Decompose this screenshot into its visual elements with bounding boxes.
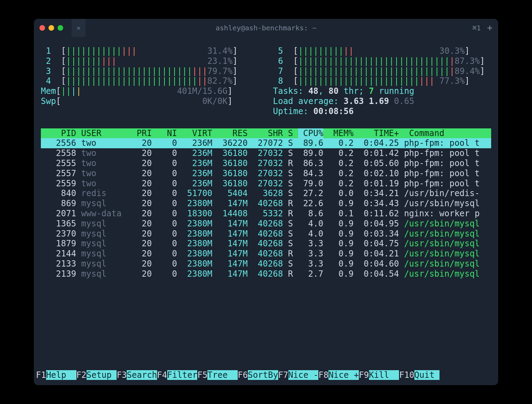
process-row[interactable]: 2144 mysql 20 0 2380M 147M 40268 R 3.3 0… — [41, 249, 491, 259]
process-row[interactable]: 2559 two 20 0 236M 36180 27032 S 79.0 0.… — [41, 179, 491, 189]
process-row[interactable]: 840 redis 20 0 51700 5404 3628 S 27.2 0.… — [41, 188, 491, 199]
new-tab-button[interactable]: + — [487, 22, 493, 33]
mem-meter: Mem[|||| 401M/15.6G] — [41, 86, 259, 96]
table-header[interactable]: PID USER PRI NI VIRT RES SHR S CPU% MEM%… — [41, 128, 491, 139]
process-row[interactable]: 2133 mysql 20 0 2380M 147M 40268 S 3.3 0… — [41, 259, 491, 269]
minimize-window-button[interactable] — [49, 25, 54, 31]
terminal-content: 1 [|||||||||||||| 31.4%] 2 [|||||||||| 2… — [34, 37, 498, 385]
process-table: PID USER PRI NI VIRT RES SHR S CPU% MEM%… — [41, 128, 491, 279]
fkey-F2[interactable]: F2 — [76, 370, 87, 380]
process-row[interactable]: 2556 two 20 0 236M 36220 27072 S 89.6 0.… — [41, 138, 491, 148]
zoom-window-button[interactable] — [58, 25, 63, 31]
process-row[interactable]: 2555 two 20 0 236M 36180 27032 R 86.3 0.… — [41, 158, 491, 169]
traffic-lights — [39, 25, 63, 31]
process-row[interactable]: 869 mysql 20 0 2380M 147M 40268 R 22.6 0… — [41, 199, 491, 209]
swap-meter: Swp[ 0K/0K] — [41, 96, 259, 106]
load-line: Load average: 3.63 1.69 0.65 — [273, 96, 491, 106]
close-window-button[interactable] — [39, 25, 45, 31]
cpu-meter-4: 4 [||||||||||||||||||||||||||||82.7%] — [41, 76, 259, 86]
process-row[interactable]: 2139 mysql 20 0 2380M 147M 40268 R 2.7 0… — [41, 269, 491, 279]
cpu-meter-2: 2 [|||||||||| 23.1%] — [41, 56, 259, 66]
fkey-F8[interactable]: F8 — [318, 370, 328, 380]
fkey-F6[interactable]: F6 — [238, 370, 248, 380]
cpu-meter-3: 3 [||||||||||||||||||||||||||||79.7%] — [41, 66, 259, 76]
close-tab-icon[interactable]: × — [76, 24, 81, 32]
fkey-F1[interactable]: F1 — [36, 370, 46, 380]
fkey-F7[interactable]: F7 — [278, 370, 288, 380]
titlebar: × ashley@ash-benchmarks: ~ ⌘1 + — [34, 19, 498, 37]
process-row[interactable]: 1365 mysql 20 0 2380M 147M 40268 S 4.0 0… — [41, 219, 491, 229]
process-row[interactable]: 1879 mysql 20 0 2380M 147M 40268 S 3.3 0… — [41, 239, 491, 249]
cpu-meters: 1 [|||||||||||||| 31.4%] 2 [|||||||||| 2… — [41, 46, 491, 86]
fkey-F10[interactable]: F10 — [399, 370, 414, 380]
process-row[interactable]: 2071 www-data 20 0 18300 14408 5332 R 8.… — [41, 209, 491, 219]
cpu-meter-1: 1 [|||||||||||||| 31.4%] — [41, 46, 259, 56]
process-row[interactable]: 2557 two 20 0 236M 36180 27032 S 84.3 0.… — [41, 169, 491, 179]
fkey-F9[interactable]: F9 — [359, 370, 369, 380]
process-row[interactable]: 2370 mysql 20 0 2380M 147M 40268 S 4.0 0… — [41, 229, 491, 239]
fkey-F3[interactable]: F3 — [117, 370, 127, 380]
process-row[interactable]: 2558 two 20 0 236M 36180 27032 S 89.0 0.… — [41, 148, 491, 158]
fkey-F5[interactable]: F5 — [197, 370, 207, 380]
fkey-F4[interactable]: F4 — [157, 370, 167, 380]
uptime-line: Uptime: 00:08:56 — [273, 106, 491, 117]
cpu-meter-8: 8 [||||||||||||||||||||||||||| 77.3%] — [273, 76, 491, 86]
window-title: ashley@ash-benchmarks: ~ — [216, 24, 317, 32]
cpu-meter-6: 6 [|||||||||||||||||||||||||||||||87.3%] — [273, 56, 491, 66]
cpu-meter-5: 5 [||||||||||| 30.3%] — [273, 46, 491, 56]
tasks-line: Tasks: 48, 80 thr; 7 running — [273, 86, 491, 96]
cpu-meter-7: 7 [|||||||||||||||||||||||||||||||89.4%] — [273, 66, 491, 76]
active-tab[interactable]: × — [72, 19, 86, 37]
terminal-window: × ashley@ash-benchmarks: ~ ⌘1 + 1 [|||||… — [34, 19, 498, 385]
tab-shortcut: ⌘1 — [472, 24, 481, 32]
mem-and-stats: Mem[|||| 401M/15.6G]Swp[ 0K/0K] Tasks: 4… — [41, 86, 491, 116]
function-key-bar: F1Help F2Setup F3SearchF4FilterF5Tree F6… — [34, 370, 498, 380]
